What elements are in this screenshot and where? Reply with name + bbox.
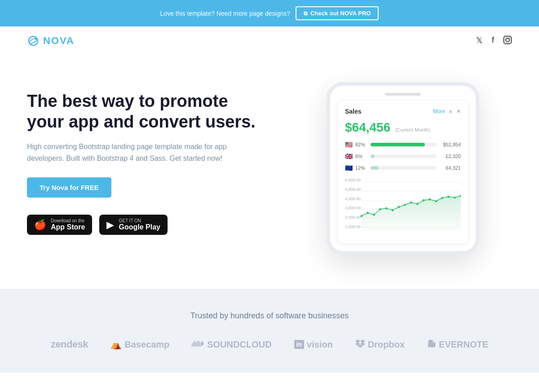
- svg-point-26: [441, 197, 443, 199]
- invision-in-box: in: [294, 340, 304, 349]
- svg-rect-30: [192, 343, 193, 347]
- sales-amount-row: $64,456 (Current Month): [345, 120, 461, 135]
- svg-point-17: [385, 207, 388, 210]
- sales-card: Sales More ∧ ✕ $64,456 (Current Month) 🇺…: [337, 100, 468, 244]
- pct-uk: 6%: [355, 154, 368, 159]
- brand-logos: zendesk ⛺ Basecamp SOUNDCLOUD: [27, 339, 512, 350]
- svg-point-21: [410, 202, 412, 204]
- header: NOVA 𝕏 f: [0, 26, 539, 55]
- logo[interactable]: NOVA: [27, 35, 75, 47]
- chart-label-3: 3,000.00: [345, 206, 361, 210]
- svg-point-20: [404, 204, 406, 206]
- table-row: 🇬🇧 6% £2,320: [345, 153, 461, 160]
- svg-point-27: [447, 196, 450, 198]
- card-header: Sales More ∧ ✕: [345, 108, 461, 115]
- svg-point-23: [423, 199, 425, 202]
- svg-point-2: [35, 38, 37, 40]
- basecamp-logo: ⛺ Basecamp: [110, 339, 169, 350]
- google-play-button[interactable]: ▶ GET IT ON Google Play: [99, 215, 167, 235]
- svg-point-16: [379, 208, 381, 211]
- bar-fill-uk: [371, 154, 375, 158]
- svg-rect-36: [200, 343, 201, 347]
- svg-point-28: [454, 197, 456, 199]
- hero-subtitle: High converting Bootstrap landing page t…: [27, 141, 229, 164]
- invision-logo: invision: [294, 339, 333, 350]
- social-icons: 𝕏 f: [476, 35, 512, 47]
- svg-rect-35: [199, 341, 199, 347]
- top-banner: Love this template? Need more page desig…: [0, 0, 539, 26]
- app-store-button[interactable]: 🍎 Download on the App Store: [27, 215, 92, 235]
- svg-point-19: [398, 206, 400, 208]
- facebook-icon[interactable]: f: [492, 35, 494, 47]
- table-row: 🇪🇺 12% €4,321: [345, 164, 461, 172]
- svg-marker-12: [362, 196, 461, 232]
- sales-amount: $64,456: [345, 120, 390, 134]
- soundcloud-logo: SOUNDCLOUD: [192, 339, 271, 350]
- google-play-icon: ▶: [106, 219, 114, 231]
- soundcloud-icon: [192, 339, 204, 350]
- external-link-icon: ⧉: [304, 10, 308, 17]
- card-more[interactable]: More: [433, 108, 445, 115]
- phone-mockup: Sales More ∧ ✕ $64,456 (Current Month) 🇺…: [327, 82, 479, 255]
- bar-bg-us: [371, 143, 437, 146]
- chart-label-5: 5,000.00: [345, 187, 361, 192]
- sales-chart: [345, 178, 461, 236]
- nova-pro-button[interactable]: ⧉ Check out NOVA PRO: [296, 6, 379, 20]
- card-actions: More ∧ ✕: [433, 108, 461, 115]
- value-eu: €4,321: [439, 165, 461, 171]
- trusted-title: Trusted by hundreds of software business…: [27, 311, 512, 321]
- google-play-text: GET IT ON Google Play: [119, 218, 160, 231]
- chart-label-2: 2,000.00: [345, 215, 361, 220]
- svg-point-24: [429, 198, 431, 201]
- store-buttons: 🍎 Download on the App Store ▶ GET IT ON …: [27, 215, 294, 235]
- instagram-icon[interactable]: [503, 35, 512, 47]
- banner-text: Love this template? Need more page desig…: [160, 10, 291, 17]
- close-icon[interactable]: ✕: [456, 108, 461, 115]
- hero-right: Sales More ∧ ✕ $64,456 (Current Month) 🇺…: [294, 82, 512, 255]
- chart-label-6: 6,000.00: [345, 178, 361, 182]
- value-uk: £2,320: [439, 154, 461, 159]
- pct-eu: 12%: [355, 165, 368, 171]
- svg-rect-32: [194, 341, 195, 347]
- svg-rect-34: [197, 340, 198, 347]
- svg-point-15: [373, 214, 375, 216]
- bar-fill-us: [371, 143, 425, 146]
- svg-point-14: [367, 212, 369, 214]
- chart-area: 6,000.00 5,000.00 4,000.00 3,000.00 2,00…: [345, 178, 461, 236]
- card-title: Sales: [345, 108, 362, 115]
- chart-label-1: 1,000.00: [345, 225, 361, 229]
- apple-icon: 🍎: [34, 219, 46, 231]
- svg-point-4: [506, 38, 509, 41]
- cta-button[interactable]: Try Nova for FREE: [27, 177, 111, 198]
- chart-label-4: 4,000.00: [345, 197, 361, 201]
- zendesk-logo: zendesk: [51, 339, 88, 350]
- logo-icon: [27, 35, 40, 47]
- svg-point-18: [392, 209, 394, 211]
- hero-section: The best way to promote your app and con…: [0, 55, 539, 289]
- sales-rows: 🇺🇸 82% $52,854 🇬🇧 6% £2,320: [345, 141, 461, 172]
- evernote-icon: [427, 339, 436, 350]
- logo-text: NOVA: [43, 35, 75, 47]
- bar-fill-eu: [371, 166, 379, 170]
- hero-title: The best way to promote your app and con…: [27, 91, 261, 132]
- sales-period: (Current Month): [395, 127, 430, 132]
- svg-rect-33: [196, 342, 197, 347]
- chevron-up-icon: ∧: [449, 108, 453, 115]
- app-store-text: Download on the App Store: [51, 218, 85, 231]
- svg-point-13: [361, 215, 363, 217]
- bar-bg-eu: [371, 166, 437, 170]
- svg-point-22: [416, 203, 419, 205]
- value-us: $52,854: [439, 142, 461, 147]
- flag-us: 🇺🇸: [345, 141, 353, 148]
- twitter-icon[interactable]: 𝕏: [476, 35, 483, 47]
- dropbox-logo: Dropbox: [355, 339, 405, 350]
- pct-us: 82%: [355, 142, 368, 147]
- bar-bg-uk: [371, 154, 437, 158]
- svg-point-25: [435, 200, 437, 203]
- flag-uk: 🇬🇧: [345, 153, 353, 160]
- flag-eu: 🇪🇺: [345, 164, 353, 172]
- svg-point-5: [509, 37, 510, 38]
- trusted-section: Trusted by hundreds of software business…: [0, 289, 539, 373]
- hero-left: The best way to promote your app and con…: [27, 82, 294, 235]
- svg-rect-31: [193, 342, 194, 347]
